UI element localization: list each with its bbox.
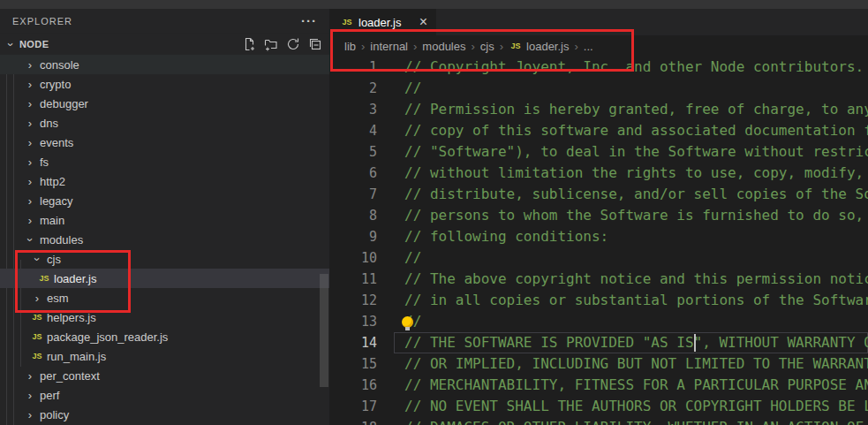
code-line-2[interactable]: 2// (329, 78, 868, 99)
line-number[interactable]: 5 (329, 141, 377, 163)
chevron-right-icon[interactable]: › (23, 389, 37, 402)
tree-item-debugger[interactable]: ›debugger (0, 94, 329, 113)
code-line-10[interactable]: 10// (329, 247, 868, 269)
breadcrumb-item-modules[interactable]: modules (422, 40, 465, 53)
tree-item-label: crypto (40, 78, 71, 91)
code-line-8[interactable]: 8// persons to whom the Software is furn… (329, 205, 868, 226)
tree-item-events[interactable]: ›events (0, 133, 329, 152)
tree-item-http2[interactable]: ›http2 (0, 171, 329, 191)
chevron-right-icon[interactable]: › (23, 117, 37, 130)
line-number[interactable]: 9 (329, 226, 377, 247)
tree-item-cjs[interactable]: ›cjs (0, 249, 329, 269)
collapse-all-icon[interactable] (308, 37, 322, 51)
tree-item-fs[interactable]: ›fs (0, 152, 329, 171)
breadcrumb-label: loader.js (526, 40, 569, 53)
line-number[interactable]: 14 (329, 332, 377, 353)
breadcrumb-separator-icon: › (413, 40, 417, 53)
code-line-1[interactable]: 1// Copyright Joyent, Inc. and other Nod… (329, 57, 868, 78)
line-number[interactable]: 8 (329, 205, 377, 226)
chevron-right-icon[interactable]: › (23, 214, 37, 227)
line-number[interactable]: 17 (329, 396, 377, 417)
tree-item-dns[interactable]: ›dns (0, 113, 329, 133)
line-number[interactable]: 1 (329, 57, 377, 78)
tree-item-label: policy (40, 408, 69, 421)
folder-section-header[interactable]: › NODE (0, 34, 329, 55)
code-text: // DAMAGES OR OTHER LIABILITY, WHETHER I… (404, 417, 868, 425)
chevron-right-icon[interactable]: › (23, 78, 37, 91)
tree-item-run-main-js[interactable]: JSrun_main.js (0, 346, 329, 366)
chevron-down-icon: › (4, 37, 18, 51)
more-actions-icon[interactable]: ··· (301, 17, 317, 26)
tree-item-policy[interactable]: ›policy (0, 405, 329, 424)
tree-item-label: dns (40, 117, 58, 130)
code-line-16[interactable]: 16// MERCHANTABILITY, FITNESS FOR A PART… (329, 375, 868, 396)
tree-item-loader-js[interactable]: JSloader.js (0, 269, 329, 288)
editor-group: JS loader.js × lib›internal›modules›cjs›… (329, 9, 868, 425)
code-line-7[interactable]: 7// distribute, sublicense, and/or sell … (329, 184, 868, 205)
line-number[interactable]: 13 (329, 311, 377, 332)
code-line-18[interactable]: 18// DAMAGES OR OTHER LIABILITY, WHETHER… (329, 417, 868, 425)
code-line-3[interactable]: 3// Permission is hereby granted, free o… (329, 99, 868, 120)
breadcrumb-item-cjs[interactable]: cjs (480, 40, 494, 53)
lightbulb-icon[interactable] (402, 316, 413, 328)
tree-item-main[interactable]: ›main (0, 210, 329, 230)
chevron-right-icon[interactable]: › (23, 175, 37, 188)
code-text: // following conditions: (404, 226, 868, 247)
line-number[interactable]: 12 (329, 290, 377, 311)
chevron-right-icon[interactable]: › (23, 58, 37, 72)
chevron-right-icon[interactable]: › (23, 408, 37, 421)
tree-item-perf[interactable]: ›perf (0, 385, 329, 405)
line-number[interactable]: 16 (329, 375, 377, 396)
code-line-17[interactable]: 17// NO EVENT SHALL THE AUTHORS OR COPYR… (329, 396, 868, 417)
code-line-11[interactable]: 11// The above copyright notice and this… (329, 269, 868, 290)
chevron-right-icon[interactable]: › (23, 156, 37, 169)
refresh-icon[interactable] (286, 37, 300, 51)
line-number[interactable]: 3 (329, 99, 377, 120)
breadcrumb-item-lib[interactable]: lib (344, 40, 356, 53)
line-number[interactable]: 6 (329, 163, 377, 184)
new-file-icon[interactable] (242, 37, 256, 51)
window-top-strip (0, 0, 868, 9)
chevron-down-icon[interactable]: › (24, 232, 37, 247)
line-number[interactable]: 11 (329, 269, 377, 290)
code-line-12[interactable]: 12// in all copies or substantial portio… (329, 290, 868, 311)
chevron-right-icon[interactable]: › (23, 136, 37, 149)
chevron-right-icon[interactable]: › (23, 369, 37, 383)
breadcrumb-item-internal[interactable]: internal (370, 40, 408, 53)
chevron-right-icon[interactable]: › (23, 97, 37, 110)
code-line-5[interactable]: 5// "Software"), to deal in the Software… (329, 141, 868, 163)
close-tab-icon[interactable]: × (418, 16, 429, 28)
line-number[interactable]: 7 (329, 184, 377, 205)
code-text: // in all copies or substantial portions… (404, 290, 868, 311)
code-line-4[interactable]: 4// copy of this software and associated… (329, 120, 868, 141)
new-folder-icon[interactable] (264, 37, 278, 51)
code-line-14[interactable]: 14// THE SOFTWARE IS PROVIDED "AS IS", W… (329, 332, 868, 353)
tab-loader-js[interactable]: JS loader.js × (329, 9, 436, 35)
tree-item-modules[interactable]: ›modules (0, 230, 329, 249)
tree-item-crypto[interactable]: ›crypto (0, 74, 329, 94)
line-number[interactable]: 18 (329, 417, 377, 425)
tree-item-esm[interactable]: ›esm (0, 288, 329, 307)
code-line-9[interactable]: 9// following conditions: (329, 226, 868, 247)
code-text: // Permission is hereby granted, free of… (404, 99, 868, 120)
tree-item-helpers-js[interactable]: JShelpers.js (0, 307, 329, 327)
tree-item-per-context[interactable]: ›per_context (0, 366, 329, 385)
code-text: // The above copyright notice and this p… (404, 269, 868, 290)
code-editor[interactable]: 1// Copyright Joyent, Inc. and other Nod… (329, 57, 868, 425)
chevron-right-icon[interactable]: › (23, 194, 37, 208)
line-number[interactable]: 4 (329, 120, 377, 141)
line-number[interactable]: 15 (329, 353, 377, 375)
line-number[interactable]: 2 (329, 78, 377, 99)
code-line-6[interactable]: 6// without limitation the rights to use… (329, 163, 868, 184)
tree-item-legacy[interactable]: ›legacy (0, 191, 329, 210)
line-number[interactable]: 10 (329, 247, 377, 269)
sidebar-scrollbar-thumb[interactable] (320, 274, 328, 387)
code-line-15[interactable]: 15// OR IMPLIED, INCLUDING BUT NOT LIMIT… (329, 353, 868, 375)
chevron-down-icon[interactable]: › (31, 252, 44, 266)
breadcrumb-label: internal (370, 40, 408, 53)
breadcrumb-item--[interactable]: ... (584, 40, 593, 53)
breadcrumb-item-loader-js[interactable]: JSloader.js (509, 40, 569, 53)
chevron-right-icon[interactable]: › (30, 292, 44, 305)
tree-item-package-json-reader-js[interactable]: JSpackage_json_reader.js (0, 327, 329, 346)
tree-item-console[interactable]: ›console (0, 55, 329, 74)
